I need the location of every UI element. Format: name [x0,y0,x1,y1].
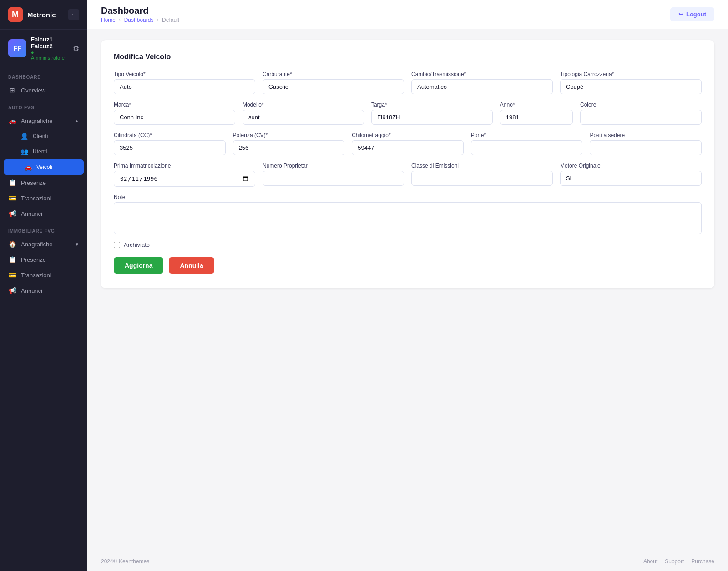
form-group-posti: Posti a sedere [590,132,702,155]
cilindrata-input[interactable] [114,140,226,155]
footer-links: About Support Purchase [643,558,714,565]
utenti-icon: 👥 [20,148,28,155]
form-group-numero-proprietari: Numero Proprietari [263,163,404,187]
breadcrumb-sep1: › [119,17,121,23]
anno-label: Anno* [500,102,573,108]
prima-immatricolazione-input[interactable] [114,171,255,187]
transazioni-icon: 💳 [8,194,16,202]
aggiorna-button[interactable]: Aggiorna [114,257,163,274]
annulla-button[interactable]: Annulla [169,257,214,274]
form-row-1: Tipo Veicolo* Carburante* Cambio/Trasmis… [114,71,702,94]
form-group-tipo-veicolo: Tipo Veicolo* [114,71,255,94]
sidebar-item-clienti[interactable]: 👤 Clienti [0,128,87,144]
footer: 2024© Keenthemes About Support Purchase [87,552,728,571]
sidebar-item-anagrafiche[interactable]: 🚗 Anagrafiche ▲ [0,113,87,128]
form-group-motore-originale: Motore Originale [560,163,702,187]
footer-copy: 2024© Keenthemes [101,558,149,565]
footer-link-purchase[interactable]: Purchase [691,558,714,565]
marca-label: Marca* [114,102,235,108]
numero-proprietari-input[interactable] [263,171,404,186]
svg-text:M: M [12,10,19,19]
breadcrumb-sep2: › [157,17,159,23]
chilometraggio-input[interactable] [352,140,464,155]
modello-input[interactable] [243,110,364,125]
motore-originale-input[interactable] [560,171,702,186]
sidebar-item-transazioni2[interactable]: 💳 Transazioni [0,267,87,283]
note-label: Note [114,194,702,200]
sidebar-item-presenze-label: Presenze [21,179,46,186]
main-content: Dashboard Home › Dashboards › Default ↪ … [87,0,728,571]
colore-input[interactable] [580,110,702,125]
sidebar-item-overview[interactable]: ⊞ Overview [0,82,87,98]
form-group-porte: Porte* [471,132,583,155]
form-buttons: Aggiorna Annulla [114,257,702,274]
sidebar-item-presenze[interactable]: 📋 Presenze [0,175,87,190]
breadcrumb-dashboards[interactable]: Dashboards [124,17,154,23]
breadcrumb-current: Default [162,17,179,23]
potenza-label: Potenza (CV)* [233,132,345,138]
overview-icon: ⊞ [8,87,16,94]
tipo-veicolo-label: Tipo Veicolo* [114,71,255,77]
user-settings-button[interactable]: ⚙ [73,44,79,53]
form-group-note: Note [114,194,702,234]
tipologia-input[interactable] [560,79,702,94]
form-group-prima-immatricolazione: Prima Immatricolazione [114,163,255,187]
porte-input[interactable] [471,140,583,155]
user-section: FF Falcuz1 Falcuz2 ● Amministratore ⚙ [0,30,87,67]
potenza-input[interactable] [233,140,345,155]
breadcrumb: Home › Dashboards › Default [101,17,179,23]
annunci2-icon: 📢 [8,287,16,294]
tipo-veicolo-input[interactable] [114,79,255,94]
cambio-input[interactable] [411,79,553,94]
note-textarea[interactable] [114,202,702,234]
app-name: Metronic [27,11,56,19]
cambio-label: Cambio/Trasmissione* [411,71,553,77]
breadcrumb-home[interactable]: Home [101,17,116,23]
modifica-veicolo-card: Modifica Veicolo Tipo Veicolo* Carburant… [101,40,714,288]
veicoli-icon: 🚗 [24,163,32,171]
avatar: FF [8,39,26,57]
form-group-classe-emissioni: Classe di Emissioni [411,163,553,187]
form-group-chilometraggio: Chilometraggio* [352,132,464,155]
sidebar-item-presenze2[interactable]: 📋 Presenze [0,252,87,267]
footer-link-support[interactable]: Support [665,558,684,565]
form-row-2: Marca* Modello* Targa* Anno* Colore [114,102,702,125]
anagrafiche2-icon: 🏠 [8,240,16,248]
carburante-input[interactable] [263,79,404,94]
sidebar-item-transazioni2-label: Transazioni [21,272,51,279]
user-role: ● Amministratore [31,50,68,61]
sidebar-item-transazioni[interactable]: 💳 Transazioni [0,190,87,206]
nav-section-dashboard: DASHBOARD [0,67,87,82]
archiviato-checkbox[interactable] [114,242,120,248]
sidebar-item-annunci2[interactable]: 📢 Annunci [0,283,87,298]
posti-input[interactable] [590,140,702,155]
numero-proprietari-label: Numero Proprietari [263,163,404,169]
sidebar-item-annunci[interactable]: 📢 Annunci [0,206,87,221]
archiviato-label: Archiviato [124,241,150,248]
transazioni2-icon: 💳 [8,271,16,279]
posti-label: Posti a sedere [590,132,702,138]
form-group-marca: Marca* [114,102,235,125]
topbar: Dashboard Home › Dashboards › Default ↪ … [87,0,728,29]
sidebar-item-veicoli-label: Veicoli [36,164,52,170]
sidebar-item-veicoli[interactable]: 🚗 Veicoli [4,159,84,175]
sidebar-item-anagrafiche2[interactable]: 🏠 Anagrafiche ▼ [0,236,87,252]
chevron-up-icon: ▲ [75,118,79,123]
sidebar-back-button[interactable]: ← [68,9,79,20]
form-row-4: Prima Immatricolazione Numero Proprietar… [114,163,702,187]
logout-button[interactable]: ↪ Logout [670,7,714,21]
metronic-logo-icon: M [8,7,23,22]
form-group-cilindrata: Cilindrata (CC)* [114,132,226,155]
marca-input[interactable] [114,110,235,125]
anno-input[interactable] [500,110,573,125]
clienti-icon: 👤 [20,133,28,140]
classe-emissioni-input[interactable] [411,171,553,186]
sidebar-item-clienti-label: Clienti [33,133,48,139]
sidebar-item-annunci2-label: Annunci [21,287,42,294]
footer-link-about[interactable]: About [643,558,657,565]
targa-input[interactable] [371,110,493,125]
sidebar-item-utenti[interactable]: 👥 Utenti [0,144,87,159]
presenze2-icon: 📋 [8,256,16,263]
modello-label: Modello* [243,102,364,108]
form-group-carburante: Carburante* [263,71,404,94]
